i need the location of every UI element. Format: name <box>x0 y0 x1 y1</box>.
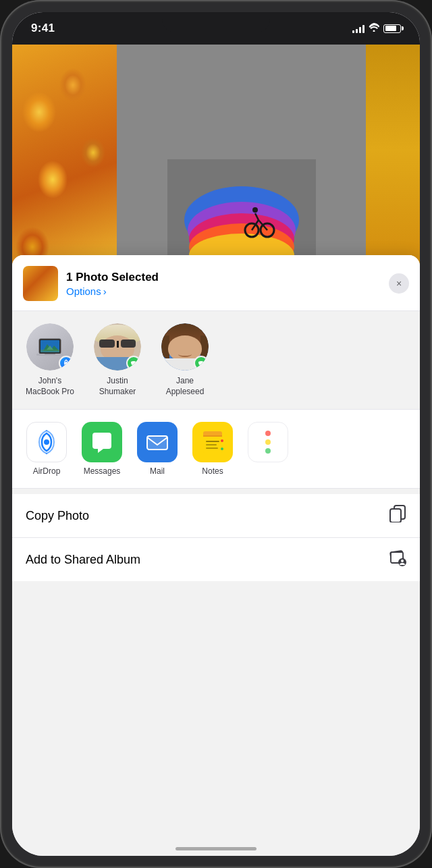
reminder-dot-green <box>265 448 271 454</box>
app-item-messages[interactable]: Messages <box>78 422 126 476</box>
svg-rect-37 <box>390 509 401 522</box>
signal-bar-2 <box>356 29 358 33</box>
app-item-airdrop[interactable]: AirDrop <box>23 422 70 476</box>
svg-rect-20 <box>45 354 55 354</box>
share-options-label: Options <box>66 286 101 297</box>
notes-app-label: Notes <box>202 466 223 476</box>
macbook-svg-icon <box>36 336 63 358</box>
copy-icon-svg <box>389 505 406 522</box>
messages-app-icon <box>82 422 122 462</box>
wifi-icon <box>369 23 379 34</box>
contact-name-jane: JaneAppleseed <box>166 376 205 397</box>
phone-screen: 9:41 <box>12 12 420 856</box>
airdrop-app-label: AirDrop <box>33 466 61 476</box>
signal-bars-icon <box>352 24 364 33</box>
copy-photo-label: Copy Photo <box>26 509 89 523</box>
reminder-dot-red <box>265 431 271 436</box>
share-title: 1 Photo Selected <box>66 271 381 284</box>
share-sheet: 1 Photo Selected Options › × <box>12 255 420 856</box>
signal-bar-4 <box>362 25 364 33</box>
svg-rect-17 <box>40 350 59 352</box>
add-shared-album-icon <box>387 549 406 570</box>
messages-badge-icon <box>130 359 138 367</box>
notes-app-icon <box>192 422 233 462</box>
app-item-notes[interactable]: Notes <box>189 422 236 476</box>
messages-badge-jane <box>194 356 209 371</box>
close-button[interactable]: × <box>389 273 409 294</box>
signal-bar-3 <box>359 27 361 33</box>
add-shared-album-label: Add to Shared Album <box>26 553 140 567</box>
notch <box>162 12 270 32</box>
svg-point-33 <box>221 439 223 442</box>
share-thumbnail <box>23 266 58 301</box>
messages-badge-justin <box>126 356 141 371</box>
svg-point-34 <box>221 443 223 446</box>
shared-album-icon-svg <box>387 549 406 566</box>
app-item-mail[interactable]: Mail <box>134 422 181 476</box>
contact-avatar-justin <box>94 323 141 371</box>
contact-name-macbook: John'sMacBook Pro <box>26 376 74 397</box>
notes-icon-svg <box>200 430 225 454</box>
phone-frame: 9:41 <box>0 0 432 868</box>
airdrop-badge-icon <box>62 359 70 367</box>
contact-avatar-jane <box>161 323 209 371</box>
reminders-icon-inner <box>260 424 276 460</box>
mail-app-label: Mail <box>150 466 165 476</box>
contacts-row: John'sMacBook Pro <box>12 311 420 409</box>
svg-rect-31 <box>206 444 217 445</box>
status-bar-right <box>352 23 401 34</box>
reminders-app-icon <box>248 422 288 462</box>
contact-item-justin[interactable]: JustinShumaker <box>90 323 144 397</box>
app-item-reminders[interactable]: Reminders <box>244 422 292 476</box>
svg-point-35 <box>221 447 223 450</box>
messages-app-label: Messages <box>84 466 121 476</box>
justin-sunglasses <box>99 340 136 348</box>
mail-icon-svg <box>144 429 170 455</box>
reminder-dot-yellow <box>265 439 271 445</box>
contact-name-justin: JustinShumaker <box>99 376 136 397</box>
airdrop-icon-svg <box>34 429 59 455</box>
svg-rect-25 <box>147 436 167 450</box>
add-shared-album-row[interactable]: Add to Shared Album <box>12 538 420 581</box>
mail-app-icon <box>137 422 178 462</box>
svg-rect-32 <box>206 447 218 449</box>
share-options-button[interactable]: Options › <box>66 286 381 297</box>
airdrop-badge-macbook <box>59 356 74 371</box>
apps-row: AirDrop Messages <box>12 409 420 489</box>
chevron-right-icon: › <box>103 286 107 297</box>
contact-item-macbook[interactable]: John'sMacBook Pro <box>23 323 77 397</box>
status-bar: 9:41 <box>12 12 420 45</box>
contact-item-jane[interactable]: JaneAppleseed <box>158 323 212 397</box>
copy-photo-row[interactable]: Copy Photo <box>12 494 420 538</box>
signal-bar-1 <box>352 30 354 33</box>
action-rows: Copy Photo Add to Shared Album <box>12 494 420 581</box>
share-header: 1 Photo Selected Options › × <box>12 255 420 311</box>
status-time: 9:41 <box>31 22 55 35</box>
contact-avatar-macbook <box>26 323 74 371</box>
messages-badge-icon-jane <box>197 359 205 367</box>
home-indicator[interactable] <box>176 847 256 850</box>
svg-rect-29 <box>203 435 222 437</box>
share-thumbnail-image <box>23 266 58 301</box>
svg-rect-30 <box>206 441 219 442</box>
airdrop-app-icon <box>26 422 67 462</box>
close-icon: × <box>396 278 402 289</box>
svg-point-24 <box>44 439 49 445</box>
copy-photo-icon <box>389 505 406 526</box>
jane-smile <box>178 352 192 357</box>
share-title-area: 1 Photo Selected Options › <box>66 271 381 297</box>
svg-point-13 <box>252 207 258 213</box>
battery-icon <box>383 24 401 33</box>
svg-point-41 <box>401 560 404 562</box>
messages-icon-svg <box>90 430 114 454</box>
battery-fill <box>385 26 397 31</box>
svg-point-21 <box>65 362 68 364</box>
